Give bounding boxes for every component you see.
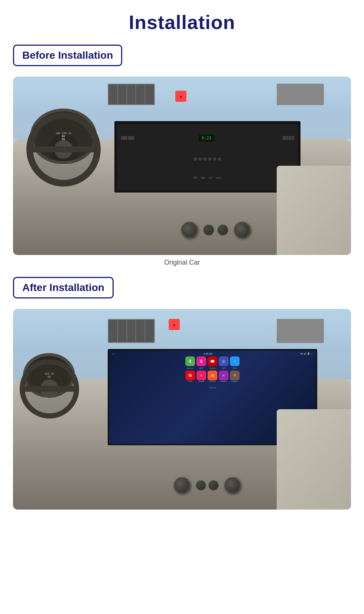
radio-btn <box>199 158 202 161</box>
hvac-btn-after-2 <box>208 480 219 491</box>
bluetooth-app-label: Bluetooth <box>185 367 195 369</box>
android-statusbar: ⌂ ↑ 5:28 PM 📷 🔊 🔋 ← <box>111 352 314 355</box>
vent-slot-e <box>145 320 154 342</box>
avin-app-icon[interactable]: ♫ <box>230 356 240 366</box>
radio-btn <box>213 158 216 161</box>
before-installation-badge: Before Installation <box>13 45 122 66</box>
vent-slot-d <box>136 320 145 342</box>
after-installation-image-container: 120 1480 <box>13 309 351 510</box>
status-icons-right: 📷 🔊 🔋 ← <box>300 352 313 355</box>
hazard-button <box>175 91 186 102</box>
siriusxm-app-icon[interactable]: S <box>196 371 206 380</box>
calculator-app-icon[interactable]: # <box>230 371 240 380</box>
signal-icon: ↑ <box>114 353 116 355</box>
radio-btn <box>204 158 207 161</box>
a2dp-app-label: A2DP <box>196 367 206 369</box>
hvac-buttons-after <box>196 480 219 491</box>
battery-icon: 🔋 <box>307 352 310 355</box>
back-icon: ← <box>311 353 313 355</box>
hvac-buttons <box>203 224 228 236</box>
hvac-btn-2 <box>217 224 228 236</box>
vent-slot-c <box>127 320 136 342</box>
dvr-app-label: DVR <box>219 367 228 369</box>
youtube-app-label: YouTube <box>208 367 217 369</box>
vent-slot-b <box>118 320 127 342</box>
before-car-image: 100 120 148060 <box>13 77 351 255</box>
camera-icon: 📷 <box>300 352 303 355</box>
steering-wheel-after <box>20 359 79 419</box>
seat-area <box>277 166 351 255</box>
brand-watermark: ✦eiCane <box>111 383 314 390</box>
after-installation-badge: After Installation <box>13 277 114 298</box>
vent-slot <box>108 84 117 104</box>
android-app-labels-2: Netflix SiriusXM Wheelkey Amplifier Calc… <box>111 380 314 382</box>
radio-am-label: AM <box>201 177 205 179</box>
android-app-labels-1: Bluetooth A2DP YouTube DVR AVIN <box>111 367 314 369</box>
android-app-row-1: ◎ ♫ <box>111 356 314 366</box>
wheelkey-app-icon[interactable]: ⊕ <box>208 371 217 380</box>
android-app-row-2: N S ⊕ ≡ # <box>111 371 314 380</box>
hvac-controls-after <box>114 468 300 504</box>
youtube-app-icon[interactable] <box>208 356 217 366</box>
hvac-knob-right-after <box>224 477 241 494</box>
vent-slot <box>127 84 136 104</box>
ac-vent-left-after <box>108 319 155 343</box>
status-time: 5:28 PM <box>204 353 212 355</box>
vent-slot-a <box>108 320 117 342</box>
ac-vent-right <box>277 84 324 105</box>
hvac-knob-left-after <box>174 477 190 494</box>
hvac-btn-1 <box>203 224 214 236</box>
steering-wheel <box>26 112 101 187</box>
status-icons-left: ⌂ ↑ <box>112 353 116 355</box>
hvac-knob-right <box>234 222 250 238</box>
headunit-slot-before: TRK SRC 9:23 DISP RPT <box>114 121 300 193</box>
seat-area-after <box>277 409 351 510</box>
radio-cd-label: CD <box>208 177 212 179</box>
page-wrapper: Installation Before Installation 100 120… <box>0 0 364 528</box>
vent-slot <box>118 84 127 104</box>
netflix-app-label: Netflix <box>185 380 195 382</box>
volume-icon: 🔊 <box>304 352 306 355</box>
radio-btn <box>218 158 221 161</box>
page-title: Installation <box>13 11 351 33</box>
vent-slot <box>136 84 145 104</box>
radio-aux-label: AUX <box>216 177 221 179</box>
radio-btn <box>194 158 197 161</box>
radio-btn <box>208 158 211 161</box>
wheelkey-app-label: Wheelkey <box>208 380 217 382</box>
vent-slot <box>145 84 154 104</box>
hvac-controls <box>131 214 300 246</box>
calculator-app-label: Calculator <box>230 380 240 382</box>
amplifier-app-label: Amplifier <box>219 380 228 382</box>
ac-vent-right-after <box>277 319 324 343</box>
hvac-knob-left <box>181 222 198 238</box>
home-icon: ⌂ <box>112 353 114 355</box>
before-installation-image-container: 100 120 148060 <box>13 77 351 255</box>
ac-vent-left <box>108 84 155 105</box>
after-car-image: 120 1480 <box>13 309 351 510</box>
dvr-app-icon[interactable]: ◎ <box>219 356 228 366</box>
a2dp-app-icon[interactable] <box>196 356 206 366</box>
original-car-caption: Original Car <box>13 259 351 266</box>
radio-fm-label: FM <box>194 177 197 179</box>
avin-app-label: AVIN <box>230 367 240 369</box>
radio-buttons-row <box>194 158 221 161</box>
old-radio-unit: TRK SRC 9:23 DISP RPT <box>117 124 298 190</box>
bluetooth-app-icon[interactable] <box>185 356 195 366</box>
radio-mode-labels: FM AM CD AUX <box>194 177 221 179</box>
siriusxm-app-label: SiriusXM <box>196 380 206 382</box>
amplifier-app-icon[interactable]: ≡ <box>219 371 228 380</box>
netflix-app-icon[interactable]: N <box>185 371 195 380</box>
hazard-button-after <box>169 319 180 330</box>
radio-time-display: 9:23 <box>199 135 215 142</box>
hvac-btn-after-1 <box>196 480 206 491</box>
